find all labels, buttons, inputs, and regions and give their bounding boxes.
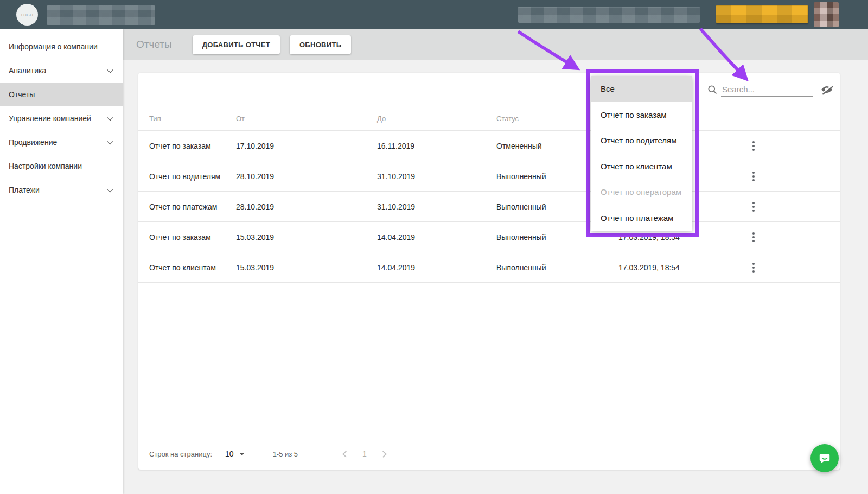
table-search-row xyxy=(138,73,840,106)
cell-from: 28.10.2019 xyxy=(236,172,377,181)
company-logo: LOGO xyxy=(16,4,38,26)
table-row: Отчет по водителям 28.10.2019 31.10.2019… xyxy=(138,161,840,192)
filter-option-clients[interactable]: Отчет по клиентам xyxy=(591,154,692,180)
row-actions-kebab-icon[interactable] xyxy=(749,261,758,274)
column-header-from: От xyxy=(236,115,377,123)
cell-status: Выполненный xyxy=(496,263,618,272)
table-row: Отчет по заказам 17.10.2019 16.11.2019 О… xyxy=(138,131,840,161)
cell-type: Отчет по заказам xyxy=(149,233,236,242)
page-toolbar: Отчеты ДОБАВИТЬ ОТЧЕТ ОБНОВИТЬ xyxy=(123,29,868,60)
cell-type: Отчет по заказам xyxy=(149,142,236,150)
filter-option-all[interactable]: Все xyxy=(591,76,692,102)
cell-from: 28.10.2019 xyxy=(236,202,377,211)
add-report-button[interactable]: ДОБАВИТЬ ОТЧЕТ xyxy=(193,35,280,54)
sidebar-item-company-management[interactable]: Управление компанией xyxy=(0,106,123,130)
cell-to: 31.10.2019 xyxy=(377,202,496,211)
pagination-range: 1-5 из 5 xyxy=(273,450,298,458)
search-icon xyxy=(707,84,718,95)
next-page-icon[interactable] xyxy=(380,451,387,458)
cell-type: Отчет по платежам xyxy=(149,202,236,211)
rows-per-page-label: Строк на страницу: xyxy=(149,450,212,458)
sidebar-item-label: Аналитика xyxy=(9,66,46,75)
sidebar-item-analytics[interactable]: Аналитика xyxy=(0,59,123,83)
report-type-filter-menu: Все Отчет по заказам Отчет по водителям … xyxy=(591,76,692,231)
reports-card: Тип От До Статус Отчет по заказам 17.10.… xyxy=(138,73,840,470)
page-title: Отчеты xyxy=(136,39,172,50)
cell-from: 17.10.2019 xyxy=(236,142,377,150)
redacted-accent-button[interactable] xyxy=(716,5,808,23)
sidebar-item-label: Платежи xyxy=(9,186,40,194)
sidebar-item-payments[interactable]: Платежи xyxy=(0,178,123,202)
current-page-number: 1 xyxy=(362,449,367,458)
user-avatar[interactable] xyxy=(814,2,839,27)
cell-type: Отчет по клиентам xyxy=(149,263,236,272)
chat-launcher-button[interactable] xyxy=(810,444,839,472)
sidebar-item-label: Настройки компании xyxy=(9,162,82,170)
filter-option-drivers[interactable]: Отчет по водителям xyxy=(591,128,692,154)
chevron-down-icon xyxy=(107,67,113,73)
sidebar-item-label: Продвижение xyxy=(9,138,57,147)
search-input[interactable] xyxy=(721,83,813,97)
sidebar-item-promotion[interactable]: Продвижение xyxy=(0,130,123,154)
sidebar-item-label: Информация о компании xyxy=(9,42,98,51)
sidebar-item-company-info[interactable]: Информация о компании xyxy=(0,35,123,59)
sidebar-nav: Информация о компании Аналитика Отчеты У… xyxy=(0,29,123,494)
chat-bubble-smile-icon xyxy=(818,451,832,465)
refresh-button[interactable]: ОБНОВИТЬ xyxy=(290,35,351,54)
cell-to: 14.04.2019 xyxy=(377,233,496,242)
filter-option-operators: Отчет по операторам xyxy=(591,179,692,205)
caret-down-icon[interactable] xyxy=(239,453,245,455)
pagination-bar: Строк на страницу: 10 1-5 из 5 1 xyxy=(138,438,840,470)
cell-created: 17.03.2019, 18:54 xyxy=(618,263,749,272)
row-actions-kebab-icon[interactable] xyxy=(749,231,758,244)
sidebar-item-company-settings[interactable]: Настройки компании xyxy=(0,154,123,178)
top-app-bar: LOGO xyxy=(0,0,868,29)
filter-option-orders[interactable]: Отчет по заказам xyxy=(591,102,692,128)
sidebar-item-reports[interactable]: Отчеты xyxy=(0,83,123,106)
redacted-company-name xyxy=(47,5,155,25)
row-actions-kebab-icon[interactable] xyxy=(749,140,758,153)
visibility-off-icon[interactable] xyxy=(820,83,833,96)
table-row: Отчет по заказам 15.03.2019 14.04.2019 В… xyxy=(138,222,840,252)
logo-text: LOGO xyxy=(21,13,33,17)
cell-type: Отчет по водителям xyxy=(149,172,236,181)
filter-option-payments[interactable]: Отчет по платежам xyxy=(591,205,692,231)
row-actions-kebab-icon[interactable] xyxy=(749,200,758,213)
cell-from: 15.03.2019 xyxy=(236,233,377,242)
cell-status: Выполненный xyxy=(496,233,618,242)
table-row: Отчет по клиентам 15.03.2019 14.04.2019 … xyxy=(138,252,840,283)
column-header-type: Тип xyxy=(149,115,236,123)
chevron-down-icon xyxy=(107,115,113,121)
row-actions-kebab-icon[interactable] xyxy=(749,170,758,183)
table-header-row: Тип От До Статус xyxy=(138,106,840,131)
column-header-to: До xyxy=(377,115,496,123)
sidebar-item-label: Отчеты xyxy=(9,90,35,99)
rows-per-page-select[interactable]: 10 xyxy=(225,449,234,458)
cell-from: 15.03.2019 xyxy=(236,263,377,272)
cell-to: 16.11.2019 xyxy=(377,142,496,150)
table-row: Отчет по платежам 28.10.2019 31.10.2019 … xyxy=(138,192,840,222)
cell-to: 31.10.2019 xyxy=(377,172,496,181)
chevron-down-icon xyxy=(107,138,113,144)
cell-to: 14.04.2019 xyxy=(377,263,496,272)
redacted-account-text xyxy=(518,7,700,23)
cell-created: 17.03.2019, 18:54 xyxy=(618,233,749,242)
previous-page-icon[interactable] xyxy=(342,451,349,458)
chevron-down-icon xyxy=(107,186,113,192)
sidebar-item-label: Управление компанией xyxy=(9,114,91,123)
